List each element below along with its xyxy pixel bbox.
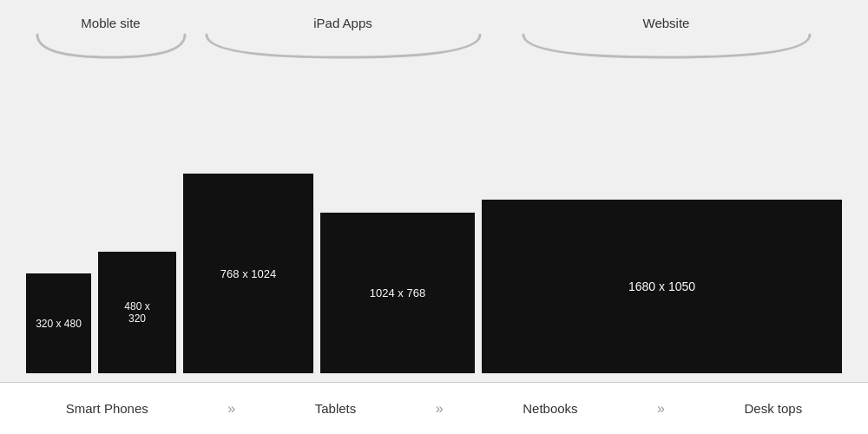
bottom-smartphones: Smart Phones	[66, 401, 148, 416]
bottom-netbooks: Netbooks	[523, 401, 577, 416]
device-320-label: 320 x 480	[36, 318, 82, 330]
device-768: 768 x 1024	[183, 174, 313, 373]
category-mobile-label: Moble site	[81, 16, 140, 30]
device-desktop-label: 1680 x 1050	[628, 279, 695, 293]
bracket-mobile	[33, 33, 189, 61]
bracket-ipad	[202, 33, 484, 61]
device-480: 480 x320	[98, 252, 176, 373]
category-ipad-label: iPad Apps	[313, 16, 372, 30]
bracket-website	[519, 33, 814, 61]
device-320: 320 x 480	[26, 273, 91, 373]
category-website-label: Website	[643, 16, 690, 30]
category-ipad: iPad Apps	[195, 16, 490, 61]
category-website: Website	[490, 16, 842, 61]
main-area: Moble site iPad Apps Website 320 x 480 4…	[0, 0, 868, 382]
devices-area: 320 x 480 480 x320 768 x 1024 1024 x 768…	[17, 61, 851, 382]
device-768-label: 768 x 1024	[220, 267, 276, 280]
chevron-3: »	[657, 401, 665, 417]
category-mobile: Moble site	[26, 16, 195, 61]
bottom-bar: Smart Phones » Tablets » Netbooks » Desk…	[0, 382, 868, 434]
device-1024-label: 1024 x 768	[370, 286, 425, 299]
chevron-2: »	[436, 401, 444, 417]
bottom-desktops: Desk tops	[745, 401, 803, 416]
bottom-tablets: Tablets	[315, 401, 357, 416]
device-480-label: 480 x320	[124, 300, 149, 325]
device-desktop: 1680 x 1050	[482, 200, 842, 373]
chevron-1: »	[227, 401, 235, 417]
device-1024: 1024 x 768	[320, 213, 475, 373]
categories-row: Moble site iPad Apps Website	[17, 16, 851, 61]
